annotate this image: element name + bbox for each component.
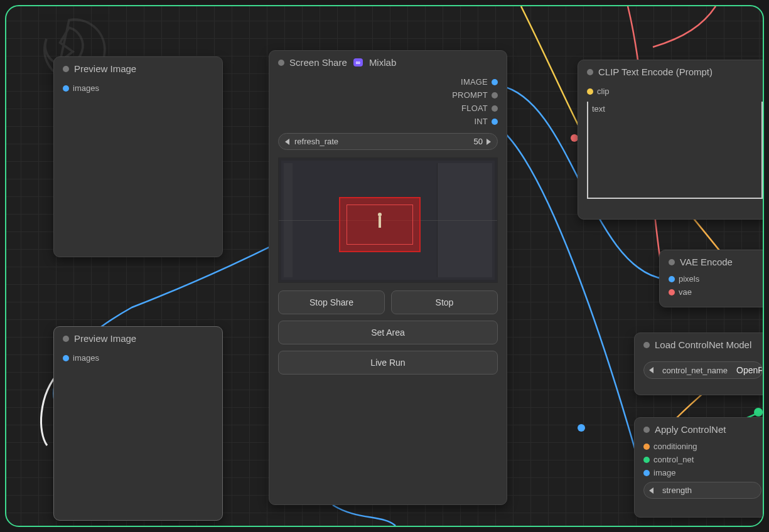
node-status-dot — [643, 342, 650, 348]
param-strength[interactable]: strength — [643, 482, 761, 499]
port-label: FLOAT — [461, 104, 488, 113]
port-dot — [492, 119, 498, 125]
live-run-button[interactable]: Live Run — [278, 351, 498, 375]
node-title-label: Load ControlNet Model — [655, 339, 751, 350]
node-title-label: Apply ControlNet — [655, 424, 726, 435]
stop-share-button[interactable]: Stop Share — [278, 290, 385, 314]
port-label: clip — [597, 87, 610, 96]
node-status-dot — [278, 60, 284, 66]
screen-share-preview[interactable] — [278, 157, 498, 283]
node-title[interactable]: VAE Encode — [660, 250, 764, 272]
node-graph-canvas[interactable]: Preview Image images Preview Image image… — [5, 5, 764, 527]
node-screen-share[interactable]: Screen Share ∞ Mixlab IMAGE PROMPT FLOAT… — [269, 50, 507, 505]
port-label: INT — [474, 117, 488, 126]
set-area-button[interactable]: Set Area — [278, 321, 498, 344]
port-label: pixels — [679, 274, 699, 284]
node-title-label: Preview Image — [74, 63, 136, 74]
port-label: conditioning — [653, 442, 697, 451]
prompt-text-input[interactable]: text — [587, 102, 763, 199]
input-port-pixels[interactable]: pixels — [669, 272, 764, 285]
port-dot — [492, 79, 498, 85]
param-control-net-name[interactable]: control_net_name OpenPose. — [643, 361, 763, 379]
node-preview-image-2[interactable]: Preview Image images — [53, 326, 223, 521]
node-status-dot — [669, 259, 675, 265]
port-label: PROMPT — [452, 90, 488, 100]
capture-region-overlay[interactable] — [339, 197, 421, 252]
input-port-images[interactable]: images — [63, 82, 213, 95]
param-name: refresh_rate — [289, 137, 470, 146]
preview-figure-icon — [376, 216, 384, 234]
chevron-left-icon[interactable] — [649, 487, 653, 494]
text-placeholder: text — [592, 104, 605, 114]
chevron-left-icon[interactable] — [285, 139, 289, 145]
node-title-suffix: Mixlab — [369, 57, 396, 68]
node-title[interactable]: CLIP Text Encode (Prompt) — [578, 60, 764, 82]
node-title-label: CLIP Text Encode (Prompt) — [598, 66, 713, 77]
node-preview-image-1[interactable]: Preview Image images — [53, 56, 223, 257]
port-label: vae — [679, 287, 692, 297]
param-name: control_net_name — [657, 366, 733, 375]
port-label: IMAGE — [461, 77, 488, 87]
mixlab-badge-icon: ∞ — [353, 58, 363, 66]
port-dot — [63, 85, 69, 92]
input-port-image[interactable]: image — [643, 466, 761, 479]
input-port-vae[interactable]: vae — [669, 285, 764, 299]
node-status-dot — [643, 427, 650, 433]
input-port-clip[interactable]: clip — [587, 85, 763, 98]
port-label: images — [73, 83, 99, 93]
output-port-image[interactable]: IMAGE — [278, 75, 498, 88]
node-title[interactable]: Preview Image — [54, 327, 222, 349]
svg-point-2 — [754, 408, 763, 417]
stop-button[interactable]: Stop — [391, 290, 498, 314]
node-clip-text-encode[interactable]: CLIP Text Encode (Prompt) clip text — [578, 60, 764, 220]
param-value: 50 — [470, 137, 487, 146]
svg-point-1 — [578, 424, 585, 432]
node-title[interactable]: Load ControlNet Model — [635, 333, 764, 355]
chevron-right-icon[interactable] — [487, 139, 491, 145]
port-label: images — [73, 353, 99, 363]
node-status-dot — [63, 336, 69, 342]
port-dot — [643, 470, 650, 476]
node-status-dot — [587, 69, 593, 75]
port-dot — [643, 444, 650, 450]
output-port-prompt[interactable]: PROMPT — [278, 88, 498, 102]
node-title[interactable]: Screen Share ∞ Mixlab — [269, 51, 507, 73]
node-title-label: VAE Encode — [680, 257, 733, 267]
param-name: strength — [657, 486, 756, 495]
node-title-label: Preview Image — [74, 333, 136, 344]
node-load-controlnet[interactable]: Load ControlNet Model control_net_name O… — [634, 332, 764, 395]
output-port-int[interactable]: INT — [278, 115, 498, 128]
input-port-conditioning[interactable]: conditioning — [643, 440, 761, 453]
node-title-prefix: Screen Share — [289, 57, 347, 68]
param-refresh-rate[interactable]: refresh_rate 50 — [278, 133, 498, 150]
input-port-images[interactable]: images — [63, 351, 213, 364]
port-label: control_net — [653, 455, 694, 464]
port-label: image — [653, 468, 675, 477]
port-dot — [63, 355, 69, 361]
chevron-left-icon[interactable] — [649, 367, 653, 373]
node-title[interactable]: Preview Image — [54, 57, 222, 79]
input-port-control-net[interactable]: control_net — [643, 453, 761, 466]
node-apply-controlnet[interactable]: Apply ControlNet conditioning control_ne… — [634, 417, 764, 518]
port-dot — [587, 88, 593, 95]
port-dot — [492, 105, 498, 112]
node-vae-encode[interactable]: VAE Encode pixels vae — [659, 250, 764, 307]
node-status-dot — [63, 66, 69, 72]
port-dot — [492, 92, 498, 98]
port-dot — [669, 276, 675, 282]
node-title[interactable]: Apply ControlNet — [635, 418, 764, 440]
port-dot — [643, 457, 650, 463]
param-value: OpenPose. — [736, 365, 763, 375]
port-dot — [669, 289, 675, 295]
output-port-float[interactable]: FLOAT — [278, 102, 498, 115]
